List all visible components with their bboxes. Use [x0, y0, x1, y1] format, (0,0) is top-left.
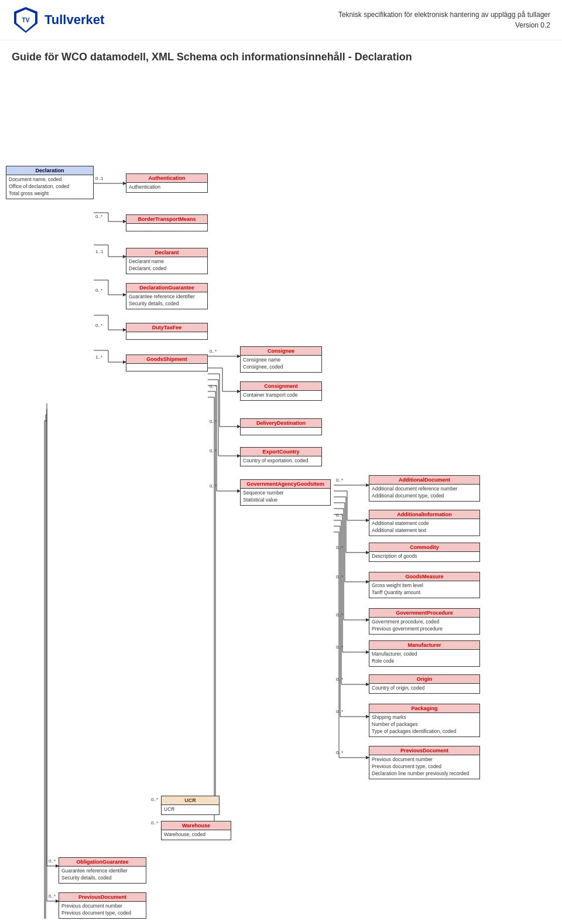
- consignee-title: Consignee: [241, 347, 321, 356]
- manufacturer-attrs: Manufacturer, coded Role code: [369, 650, 479, 666]
- tullverket-logo-icon: TV: [12, 6, 40, 34]
- delivery-destination-title: DeliveryDestination: [241, 419, 321, 428]
- additional-document-title: AdditionalDocument: [369, 476, 479, 485]
- declaration-guarantee-title: DeclarationGuarantee: [126, 284, 207, 292]
- consignment-title: Consignment: [241, 382, 321, 391]
- svg-text:1..*: 1..*: [95, 354, 102, 360]
- export-country-title: ExportCountry: [241, 448, 321, 456]
- svg-text:0..*: 0..*: [151, 820, 158, 826]
- gagi-box: GovernmentAgencyGoodsItem Sequence numbe…: [240, 479, 331, 506]
- consignee-box: Consignee Consignee name Consignee, code…: [240, 346, 322, 373]
- declaration-attrs: Document name, coded Office of declarati…: [6, 175, 93, 199]
- ucr-gs-title: UCR: [162, 796, 219, 805]
- export-country-box: ExportCountry Country of exportation, co…: [240, 447, 322, 466]
- svg-text:0..*: 0..*: [336, 750, 343, 755]
- packaging-title: Packaging: [369, 704, 479, 713]
- obligation-guarantee-title: ObligationGuarantee: [59, 858, 146, 867]
- svg-text:0..*: 0..*: [336, 709, 343, 714]
- previous-document-decl-title: PreviousDocument: [59, 893, 146, 902]
- goods-measure-attrs: Gross weight item level Tariff Quantity …: [369, 581, 479, 598]
- declaration-title: Declaration: [6, 166, 93, 175]
- obligation-guarantee-box: ObligationGuarantee Guarantee reference …: [59, 857, 146, 884]
- manufacturer-box: Manufacturer Manufacturer, coded Role co…: [369, 640, 480, 667]
- svg-text:0..*: 0..*: [95, 288, 102, 293]
- svg-text:0..*: 0..*: [210, 448, 217, 454]
- government-procedure-box: GovernmentProcedure Government procedure…: [369, 608, 480, 635]
- ucr-gs-attrs: UCR: [162, 805, 219, 814]
- government-procedure-title: GovernmentProcedure: [369, 609, 479, 618]
- government-procedure-attrs: Government procedure, coded Previous gov…: [369, 618, 479, 634]
- svg-text:0..*: 0..*: [210, 349, 217, 354]
- goods-measure-title: GoodsMeasure: [369, 572, 479, 581]
- declaration-box: Declaration Document name, coded Office …: [6, 166, 94, 199]
- svg-text:TV: TV: [22, 17, 30, 23]
- header: TV Tullverket Teknisk specifikation för …: [0, 0, 562, 40]
- delivery-destination-attrs: [241, 428, 321, 435]
- warehouse-box: Warehouse Warehouse, coded: [161, 821, 231, 840]
- previous-document-gagi-box: PreviousDocument Previous document numbe…: [369, 746, 480, 779]
- duty-tax-fee-title: DutyTaxFee: [126, 323, 207, 332]
- border-transport-attrs: [126, 224, 207, 231]
- manufacturer-title: Manufacturer: [369, 641, 479, 650]
- additional-document-box: AdditionalDocument Additional document r…: [369, 475, 480, 502]
- declarant-attrs: Declarant name Declarant, coded: [126, 257, 207, 274]
- ucr-gs-box: UCR UCR: [161, 796, 220, 815]
- diagram-area: 0..1 0..* 1..1 0..* 0..* 1..* 0..* 0..* …: [0, 69, 562, 919]
- origin-title: Origin: [369, 675, 479, 684]
- packaging-attrs: Shipping marks Number of packages Type o…: [369, 713, 479, 737]
- declarant-title: Declarant: [126, 248, 207, 257]
- authentication-title: Authentication: [126, 174, 207, 183]
- page-title: Guide för WCO datamodell, XML Schema och…: [12, 51, 550, 63]
- authentication-box: Authentication Authentication: [126, 173, 208, 193]
- svg-text:0..*: 0..*: [151, 797, 158, 802]
- goods-shipment-box: GoodsShipment: [126, 354, 208, 371]
- border-transport-title: BorderTransportMeans: [126, 215, 207, 224]
- additional-document-attrs: Additional document reference number Add…: [369, 485, 479, 501]
- page-number: 18: [0, 919, 562, 924]
- packaging-box: Packaging Shipping marks Number of packa…: [369, 704, 480, 737]
- declaration-guarantee-attrs: Guarantee reference identifier Security …: [126, 292, 207, 309]
- border-transport-box: BorderTransportMeans: [126, 214, 208, 231]
- commodity-attrs: Description of goods: [369, 552, 479, 561]
- declarant-box: Declarant Declarant name Declarant, code…: [126, 248, 208, 274]
- previous-document-decl-attrs: Previous document number Previous docume…: [59, 902, 146, 918]
- additional-information-attrs: Additional statement code Additional sta…: [369, 519, 479, 536]
- svg-text:0..*: 0..*: [49, 858, 56, 864]
- previous-document-gagi-attrs: Previous document number Previous docume…: [369, 755, 479, 779]
- consignment-attrs: Container transport code: [241, 391, 321, 400]
- origin-attrs: Country of origin, coded: [369, 684, 479, 693]
- duty-tax-fee-attrs: [126, 332, 207, 339]
- svg-text:0..*: 0..*: [210, 384, 217, 389]
- previous-document-gagi-title: PreviousDocument: [369, 746, 479, 755]
- additional-information-title: AdditionalInformation: [369, 510, 479, 519]
- commodity-title: Commodity: [369, 543, 479, 552]
- svg-text:0..*: 0..*: [95, 214, 102, 219]
- svg-text:0..*: 0..*: [336, 478, 343, 483]
- svg-text:0..*: 0..*: [336, 677, 343, 682]
- svg-text:0..*: 0..*: [210, 483, 217, 489]
- svg-text:0..*: 0..*: [95, 323, 102, 328]
- commodity-box: Commodity Description of goods: [369, 543, 480, 562]
- additional-information-box: AdditionalInformation Additional stateme…: [369, 510, 480, 536]
- logo-area: TV Tullverket: [12, 6, 104, 34]
- svg-text:0..*: 0..*: [336, 574, 343, 579]
- goods-shipment-attrs: [126, 364, 207, 371]
- warehouse-title: Warehouse: [162, 821, 231, 830]
- export-country-attrs: Country of exportation, coded: [241, 456, 321, 466]
- goods-shipment-title: GoodsShipment: [126, 355, 207, 364]
- origin-box: Origin Country of origin, coded: [369, 674, 480, 694]
- duty-tax-fee-box: DutyTaxFee: [126, 323, 208, 340]
- previous-document-decl-box: PreviousDocument Previous document numbe…: [59, 892, 146, 919]
- gagi-title: GovernmentAgencyGoodsItem: [241, 480, 330, 489]
- authentication-attrs: Authentication: [126, 183, 207, 192]
- svg-text:0..1: 0..1: [95, 176, 104, 181]
- goods-measure-box: GoodsMeasure Gross weight item level Tar…: [369, 572, 480, 598]
- declaration-guarantee-box: DeclarationGuarantee Guarantee reference…: [126, 283, 208, 309]
- obligation-guarantee-attrs: Guarantee reference identifier Security …: [59, 867, 146, 883]
- svg-text:0..*: 0..*: [49, 894, 56, 899]
- svg-text:0..*: 0..*: [210, 419, 217, 424]
- svg-text:0..*: 0..*: [336, 545, 343, 550]
- svg-text:0..*: 0..*: [336, 645, 343, 650]
- header-title: Teknisk specifikation för elektronisk ha…: [338, 9, 550, 30]
- svg-text:0..*: 0..*: [336, 612, 343, 618]
